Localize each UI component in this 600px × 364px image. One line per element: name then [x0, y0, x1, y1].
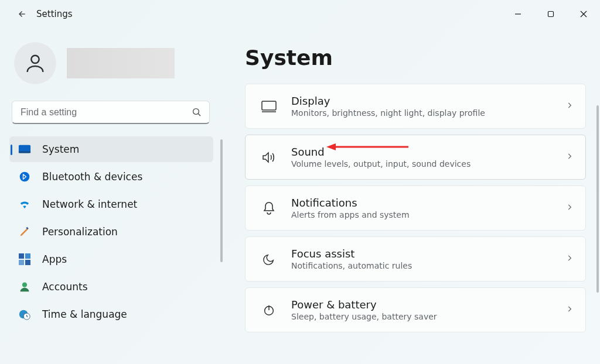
svg-rect-14	[25, 260, 30, 265]
svg-point-9	[20, 172, 30, 182]
settings-card-display[interactable]: Display Monitors, brightness, night ligh…	[245, 84, 586, 129]
back-arrow-icon	[16, 9, 26, 19]
svg-rect-1	[548, 12, 554, 17]
card-subtitle: Alerts from apps and system	[291, 210, 565, 219]
back-button[interactable]	[12, 5, 30, 23]
person-icon	[23, 51, 47, 75]
svg-rect-18	[262, 101, 276, 110]
chevron-right-icon	[565, 152, 574, 163]
nav-label: Network & internet	[42, 198, 137, 210]
card-subtitle: Notifications, automatic rules	[291, 261, 565, 270]
window-title: Settings	[36, 9, 73, 19]
chevron-right-icon	[565, 101, 574, 112]
card-title: Sound	[291, 146, 565, 158]
svg-rect-11	[19, 253, 24, 259]
close-button[interactable]	[567, 0, 600, 28]
maximize-icon	[547, 11, 554, 18]
nav-label: System	[42, 143, 79, 155]
card-subtitle: Monitors, brightness, night light, displ…	[291, 108, 565, 118]
card-title: Notifications	[291, 197, 565, 209]
power-icon	[261, 302, 277, 318]
nav-item-time[interactable]: Time & language	[9, 301, 213, 327]
card-subtitle: Volume levels, output, input, sound devi…	[291, 159, 565, 169]
svg-point-15	[22, 283, 27, 287]
chevron-right-icon	[565, 253, 574, 265]
card-title: Focus assist	[291, 248, 565, 260]
apps-icon	[18, 252, 32, 266]
nav-label: Bluetooth & devices	[42, 171, 142, 183]
svg-rect-8	[19, 152, 30, 153]
nav-item-personalization[interactable]: Personalization	[9, 219, 213, 245]
profile-name-placeholder	[67, 48, 175, 78]
main-content: System Display Monitors, brightness, nig…	[223, 28, 600, 364]
profile-block[interactable]	[0, 36, 223, 101]
nav-label: Apps	[42, 253, 67, 265]
nav-list: System Bluetooth & devices Network & int…	[0, 135, 223, 329]
chevron-right-icon	[565, 202, 574, 214]
display-icon	[261, 98, 277, 115]
nav-label: Personalization	[42, 226, 118, 238]
nav-label: Accounts	[42, 281, 88, 293]
titlebar: Settings	[0, 0, 600, 28]
nav-item-network[interactable]: Network & internet	[9, 191, 213, 217]
wifi-icon	[18, 197, 32, 211]
svg-point-5	[193, 108, 199, 114]
paintbrush-icon	[18, 225, 32, 239]
minimize-icon	[514, 11, 521, 18]
bell-icon	[261, 200, 277, 217]
sound-icon	[261, 149, 277, 166]
minimize-button[interactable]	[502, 0, 534, 28]
nav-item-bluetooth[interactable]: Bluetooth & devices	[9, 164, 213, 190]
avatar	[14, 42, 56, 84]
search-box[interactable]	[12, 101, 210, 124]
settings-card-focus[interactable]: Focus assist Notifications, automatic ru…	[245, 236, 586, 281]
card-subtitle: Sleep, battery usage, battery saver	[291, 312, 565, 321]
close-icon	[580, 11, 587, 18]
settings-card-power[interactable]: Power & battery Sleep, battery usage, ba…	[245, 287, 586, 332]
nav-item-apps[interactable]: Apps	[9, 246, 213, 272]
maximize-button[interactable]	[534, 0, 567, 28]
nav-label: Time & language	[42, 308, 127, 320]
svg-line-6	[198, 114, 200, 116]
moon-icon	[261, 251, 277, 267]
accounts-icon	[18, 280, 32, 294]
card-title: Display	[291, 95, 565, 107]
card-title: Power & battery	[291, 298, 565, 311]
settings-card-notifications[interactable]: Notifications Alerts from apps and syste…	[245, 186, 586, 231]
clock-globe-icon	[18, 307, 32, 321]
system-icon	[18, 142, 32, 156]
svg-point-4	[31, 56, 39, 63]
search-input[interactable]	[19, 107, 192, 118]
sidebar: System Bluetooth & devices Network & int…	[0, 28, 223, 364]
svg-rect-12	[25, 253, 30, 259]
bluetooth-icon	[18, 170, 32, 184]
nav-item-system[interactable]: System	[9, 136, 213, 162]
nav-item-accounts[interactable]: Accounts	[9, 274, 213, 300]
search-icon	[192, 107, 202, 118]
page-title: System	[245, 46, 586, 70]
settings-card-sound[interactable]: Sound Volume levels, output, input, soun…	[245, 135, 586, 180]
main-scrollbar[interactable]	[596, 105, 599, 293]
chevron-right-icon	[565, 304, 574, 315]
svg-rect-13	[19, 260, 24, 265]
window-controls	[502, 0, 600, 28]
